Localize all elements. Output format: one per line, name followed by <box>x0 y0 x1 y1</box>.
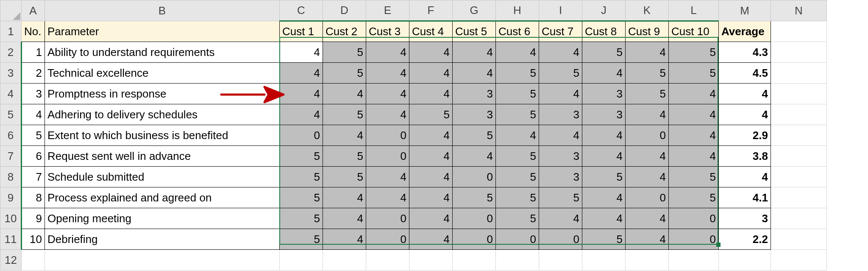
cell-N11[interactable] <box>771 229 827 250</box>
cell-I8[interactable]: 3 <box>539 167 582 187</box>
row-header-2[interactable]: 2 <box>0 42 22 63</box>
cell-A2[interactable]: 1 <box>22 42 45 63</box>
cell-H2[interactable]: 4 <box>496 42 539 63</box>
cell-I2[interactable]: 4 <box>539 42 582 63</box>
cell-B12[interactable] <box>45 250 280 271</box>
col-header-E[interactable]: E <box>366 0 409 21</box>
cell-M6[interactable]: 2.9 <box>719 125 771 146</box>
col-header-H[interactable]: H <box>496 0 539 21</box>
cell-A5[interactable]: 4 <box>22 104 45 125</box>
row-header-11[interactable]: 11 <box>0 229 22 250</box>
cell-F2[interactable]: 4 <box>409 42 453 63</box>
cell-N10[interactable] <box>771 208 827 229</box>
cell-F10[interactable]: 4 <box>409 208 453 229</box>
cell-L6[interactable]: 4 <box>669 125 719 146</box>
cell-G9[interactable]: 5 <box>453 187 496 208</box>
cell-C1[interactable]: Cust 1 <box>280 21 323 42</box>
cell-F11[interactable]: 4 <box>409 229 453 250</box>
cell-C2[interactable]: 4 <box>280 42 323 63</box>
cell-A12[interactable] <box>22 250 45 271</box>
cell-I10[interactable]: 4 <box>539 208 582 229</box>
col-header-C[interactable]: C <box>280 0 323 21</box>
cell-J2[interactable]: 5 <box>582 42 626 63</box>
cell-H8[interactable]: 5 <box>496 167 539 187</box>
cell-D12[interactable] <box>323 250 366 271</box>
cell-M8[interactable]: 4 <box>719 167 771 187</box>
cell-H7[interactable]: 5 <box>496 146 539 167</box>
cell-I5[interactable]: 3 <box>539 104 582 125</box>
cell-G8[interactable]: 0 <box>453 167 496 187</box>
cell-K3[interactable]: 5 <box>626 63 669 84</box>
cell-J7[interactable]: 4 <box>582 146 626 167</box>
col-header-F[interactable]: F <box>409 0 453 21</box>
cell-J12[interactable] <box>582 250 626 271</box>
cell-A6[interactable]: 5 <box>22 125 45 146</box>
cell-C3[interactable]: 4 <box>280 63 323 84</box>
cell-G6[interactable]: 5 <box>453 125 496 146</box>
cell-D3[interactable]: 5 <box>323 63 366 84</box>
cell-E12[interactable] <box>366 250 409 271</box>
row-header-7[interactable]: 7 <box>0 146 22 167</box>
cell-D4[interactable]: 4 <box>323 84 366 104</box>
cell-E1[interactable]: Cust 3 <box>366 21 409 42</box>
cell-B8[interactable]: Schedule submitted <box>45 167 280 187</box>
col-header-B[interactable]: B <box>45 0 280 21</box>
cell-B11[interactable]: Debriefing <box>45 229 280 250</box>
cell-E11[interactable]: 0 <box>366 229 409 250</box>
cell-G5[interactable]: 3 <box>453 104 496 125</box>
cell-H5[interactable]: 5 <box>496 104 539 125</box>
cell-H1[interactable]: Cust 6 <box>496 21 539 42</box>
cell-F3[interactable]: 4 <box>409 63 453 84</box>
cell-J4[interactable]: 3 <box>582 84 626 104</box>
cell-F7[interactable]: 4 <box>409 146 453 167</box>
cell-H6[interactable]: 4 <box>496 125 539 146</box>
cell-N2[interactable] <box>771 42 827 63</box>
cell-L11[interactable]: 0 <box>669 229 719 250</box>
cell-B3[interactable]: Technical excellence <box>45 63 280 84</box>
cell-L2[interactable]: 5 <box>669 42 719 63</box>
cell-K10[interactable]: 4 <box>626 208 669 229</box>
cell-K7[interactable]: 4 <box>626 146 669 167</box>
cell-J11[interactable]: 5 <box>582 229 626 250</box>
cell-A8[interactable]: 7 <box>22 167 45 187</box>
cell-N8[interactable] <box>771 167 827 187</box>
col-header-G[interactable]: G <box>453 0 496 21</box>
cell-D9[interactable]: 4 <box>323 187 366 208</box>
row-header-9[interactable]: 9 <box>0 187 22 208</box>
cell-E6[interactable]: 0 <box>366 125 409 146</box>
cell-B4[interactable]: Promptness in response <box>45 84 280 104</box>
col-header-A[interactable]: A <box>22 0 45 21</box>
cell-N4[interactable] <box>771 84 827 104</box>
cell-D2[interactable]: 5 <box>323 42 366 63</box>
col-header-I[interactable]: I <box>539 0 582 21</box>
cell-L9[interactable]: 5 <box>669 187 719 208</box>
cell-G4[interactable]: 3 <box>453 84 496 104</box>
cell-N5[interactable] <box>771 104 827 125</box>
cell-L5[interactable]: 4 <box>669 104 719 125</box>
row-header-10[interactable]: 10 <box>0 208 22 229</box>
cell-C4[interactable]: 4 <box>280 84 323 104</box>
select-all-corner[interactable] <box>0 0 22 21</box>
cell-A7[interactable]: 6 <box>22 146 45 167</box>
cell-B9[interactable]: Process explained and agreed on <box>45 187 280 208</box>
cell-D11[interactable]: 4 <box>323 229 366 250</box>
cell-D8[interactable]: 5 <box>323 167 366 187</box>
col-header-L[interactable]: L <box>669 0 719 21</box>
row-header-5[interactable]: 5 <box>0 104 22 125</box>
cell-I6[interactable]: 4 <box>539 125 582 146</box>
cell-E5[interactable]: 4 <box>366 104 409 125</box>
cell-C5[interactable]: 4 <box>280 104 323 125</box>
cell-D7[interactable]: 5 <box>323 146 366 167</box>
cell-I7[interactable]: 3 <box>539 146 582 167</box>
cell-N12[interactable] <box>771 250 827 271</box>
row-header-4[interactable]: 4 <box>0 84 22 104</box>
cell-B6[interactable]: Extent to which business is benefited <box>45 125 280 146</box>
cell-N9[interactable] <box>771 187 827 208</box>
row-header-12[interactable]: 12 <box>0 250 22 271</box>
cell-L4[interactable]: 4 <box>669 84 719 104</box>
cell-B2[interactable]: Ability to understand requirements <box>45 42 280 63</box>
col-header-D[interactable]: D <box>323 0 366 21</box>
spreadsheet-grid[interactable]: ABCDEFGHIJKLMN1No.ParameterCust 1Cust 2C… <box>0 0 827 271</box>
cell-A11[interactable]: 10 <box>22 229 45 250</box>
cell-G2[interactable]: 4 <box>453 42 496 63</box>
